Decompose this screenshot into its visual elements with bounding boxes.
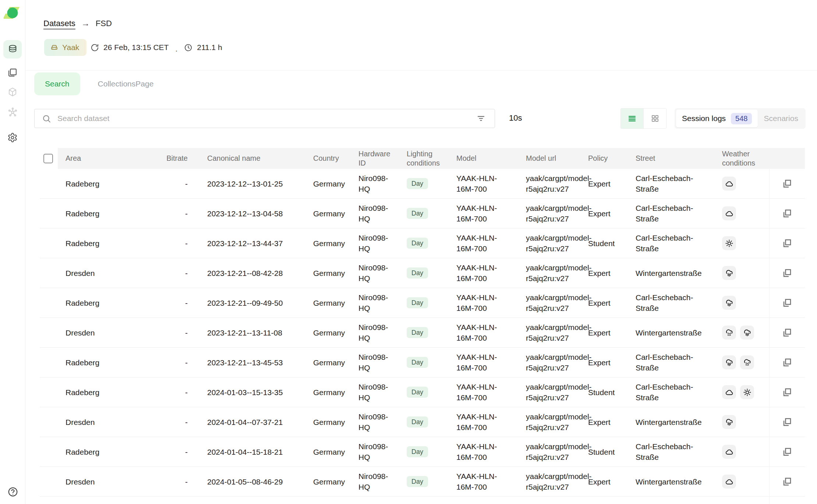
- select-all-checkbox[interactable]: [43, 154, 53, 163]
- cell-model-url: yaak/cargpt/model-r5ajq2ru:v27: [519, 348, 581, 377]
- cell-hardware-id: Niro098-HQ: [351, 318, 399, 347]
- column-header-canonical-name[interactable]: Canonical name: [195, 148, 305, 169]
- column-header-policy[interactable]: Policy: [581, 148, 622, 169]
- sidebar-item-settings[interactable]: [3, 128, 22, 147]
- cell-area: Radeberg: [58, 199, 162, 228]
- cell-actions: [769, 377, 805, 407]
- cell-actions: [769, 437, 805, 466]
- copy-button[interactable]: [781, 177, 793, 190]
- cell-bitrate: -: [162, 318, 195, 347]
- sidebar-item-collections[interactable]: [3, 63, 22, 82]
- tab-collections-page[interactable]: CollectionsPage: [98, 79, 154, 88]
- sidebar-item-datasets[interactable]: [3, 40, 22, 58]
- column-header-area[interactable]: Area: [58, 148, 162, 169]
- sidebar-item-packages[interactable]: [3, 83, 22, 101]
- cell-policy: Expert: [581, 199, 622, 228]
- cell-area: Dresden: [58, 407, 162, 437]
- page-tabs: Search CollectionsPage: [34, 72, 153, 95]
- copy-button[interactable]: [781, 297, 793, 309]
- table-row[interactable]: Radeberg - 2023-12-21--13-45-53 Germany …: [40, 348, 805, 377]
- table-row[interactable]: Radeberg - 2024-01-04--15-18-21 Germany …: [40, 437, 805, 467]
- copy-button[interactable]: [781, 267, 793, 279]
- help-button[interactable]: [7, 486, 18, 497]
- cell-hardware-id: Niro098-HQ: [351, 467, 399, 496]
- search-input[interactable]: [57, 114, 475, 123]
- cell-lighting: Day: [399, 199, 449, 228]
- scenarios-segment[interactable]: Scenarios: [758, 114, 804, 123]
- session-logs-segment[interactable]: Session logs 548: [676, 110, 758, 127]
- rain-icon: [722, 355, 736, 369]
- table-row[interactable]: Dresden - 2024-01-05--08-46-29 Germany N…: [40, 467, 805, 497]
- cell-hardware-id: Niro098-HQ: [351, 348, 399, 377]
- cell-policy: Expert: [581, 467, 622, 496]
- cloud-icon: [722, 445, 736, 459]
- filter-button[interactable]: [475, 113, 487, 124]
- breadcrumb-datasets-link[interactable]: Datasets: [43, 19, 75, 28]
- collections-icon: [7, 67, 18, 78]
- cell-policy: Expert: [581, 258, 622, 288]
- table-row[interactable]: Radeberg - 2023-12-12--13-04-58 Germany …: [40, 199, 805, 228]
- cell-weather-conditions: [701, 377, 769, 407]
- column-header-model-url[interactable]: Model url: [519, 148, 581, 169]
- cell-policy: Expert: [581, 407, 622, 437]
- copy-button[interactable]: [781, 386, 793, 398]
- breadcrumb: Datasets → FSD: [43, 18, 112, 28]
- cell-bitrate: -: [162, 258, 195, 288]
- cell-policy: Student: [581, 437, 622, 466]
- table-row[interactable]: Radeberg - 2023-12-12--13-44-37 Germany …: [40, 228, 805, 258]
- copy-button[interactable]: [781, 207, 793, 220]
- cell-model-url: yaak/cargpt/model-r5ajq2ru:v27: [519, 467, 581, 496]
- copy-button[interactable]: [781, 237, 793, 249]
- cell-weather-conditions: [701, 407, 769, 437]
- cell-bitrate: -: [162, 228, 195, 258]
- cell-street: Wintergartenstraße: [622, 467, 701, 496]
- copy-button[interactable]: [781, 475, 793, 488]
- cell-model: YAAK-HLN-16M-700: [449, 437, 519, 466]
- row-checkbox-cell: [40, 288, 58, 317]
- column-header-hardware-id[interactable]: Hardware ID: [351, 148, 399, 169]
- sidebar-item-graph[interactable]: [3, 103, 22, 121]
- copy-button[interactable]: [781, 356, 793, 369]
- cell-bitrate: -: [162, 288, 195, 317]
- grid-view-button[interactable]: [643, 109, 666, 128]
- cell-canonical-name: 2023-12-12--13-04-58: [195, 199, 305, 228]
- cell-hardware-id: Niro098-HQ: [351, 377, 399, 407]
- column-header-lighting-conditions[interactable]: Lighting conditions: [399, 148, 449, 169]
- lighting-badge: Day: [407, 387, 428, 398]
- copy-button[interactable]: [781, 326, 793, 339]
- row-checkbox-cell: [40, 437, 58, 466]
- column-header-model[interactable]: Model: [449, 148, 519, 169]
- column-header-country[interactable]: Country: [305, 148, 351, 169]
- lighting-badge: Day: [407, 178, 428, 189]
- lighting-badge: Day: [407, 446, 428, 457]
- cloud-icon: [722, 177, 736, 191]
- cell-canonical-name: 2023-12-21--08-42-28: [195, 258, 305, 288]
- table-row[interactable]: Dresden - 2024-01-04--07-37-21 Germany N…: [40, 407, 805, 437]
- cell-bitrate: -: [162, 407, 195, 437]
- column-header-weather-conditions[interactable]: Weather conditions: [701, 148, 769, 169]
- cell-policy: Expert: [581, 348, 622, 377]
- cell-country: Germany: [305, 467, 351, 496]
- column-header-bitrate[interactable]: Bitrate: [162, 148, 195, 169]
- copy-button[interactable]: [781, 416, 793, 428]
- table-row[interactable]: Dresden - 2023-12-21--13-11-08 Germany N…: [40, 318, 805, 348]
- dataset-total-hours: 211.1 h: [197, 43, 222, 52]
- grid-view-icon: [651, 114, 659, 123]
- cell-weather-conditions: [701, 318, 769, 347]
- table-row[interactable]: Dresden - 2023-12-21--08-42-28 Germany N…: [40, 258, 805, 288]
- app-logo-icon[interactable]: [4, 4, 21, 22]
- column-header-street[interactable]: Street: [622, 148, 701, 169]
- table-row[interactable]: Radeberg - 2023-12-12--13-01-25 Germany …: [40, 169, 805, 199]
- list-view-button[interactable]: [621, 109, 643, 128]
- cell-lighting: Day: [399, 258, 449, 288]
- cell-bitrate: -: [162, 348, 195, 377]
- cloud-icon: [722, 385, 736, 399]
- tab-search[interactable]: Search: [34, 72, 80, 95]
- cell-lighting: Day: [399, 377, 449, 407]
- header-checkbox-cell: [40, 148, 58, 169]
- copy-button[interactable]: [781, 446, 793, 458]
- cell-actions: [769, 199, 805, 228]
- table-row[interactable]: Radeberg - 2023-12-21--09-49-50 Germany …: [40, 288, 805, 318]
- cell-street: Carl-Eschebach-Straße: [622, 348, 701, 377]
- table-row[interactable]: Radeberg - 2024-01-03--15-13-35 Germany …: [40, 377, 805, 407]
